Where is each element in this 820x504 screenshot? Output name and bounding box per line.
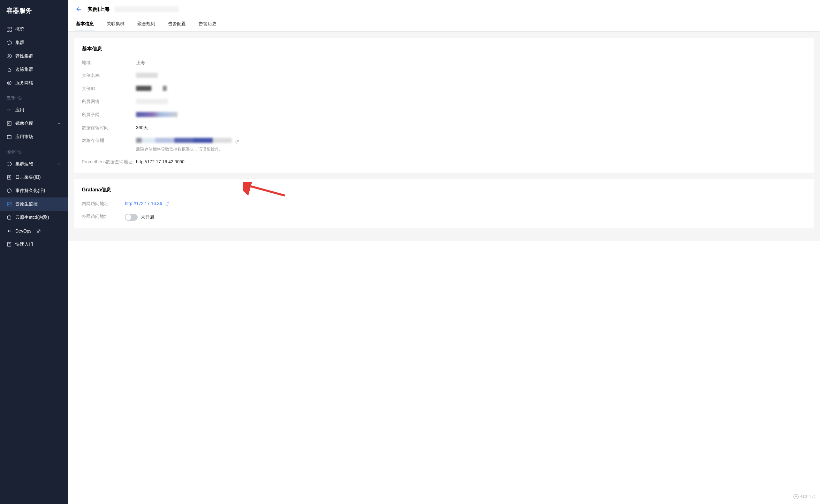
redacted-header (115, 6, 178, 12)
grafana-card: Grafana信息 内网访问地址 http://172.17.16.36 外网访… (74, 179, 814, 228)
event-icon (6, 188, 12, 194)
label-region: 地域 (82, 60, 136, 66)
image-repo-icon (6, 121, 12, 126)
redacted-value (136, 99, 168, 104)
label-instance-id: 实例ID (82, 86, 136, 92)
row-bucket: 对象存储桶 删除存储桶将导致监控数据丢失，请谨慎操作。 (82, 138, 806, 152)
svg-rect-16 (8, 242, 11, 246)
sidebar-item-overview[interactable]: 概览 (0, 23, 68, 36)
tabs: 基本信息 关联集群 聚合规则 告警配置 告警历史 (75, 17, 812, 31)
sidebar-item-log[interactable]: 日志采集(旧) (0, 171, 68, 184)
sidebar-item-monitor[interactable]: 云原生监控 (0, 197, 68, 211)
row-internal-url: 内网访问地址 http://172.17.16.36 (82, 201, 806, 207)
label-internal-url: 内网访问地址 (82, 201, 125, 207)
row-subnet: 所属子网 (82, 112, 806, 118)
row-region: 地域 上海 (82, 60, 806, 66)
log-icon (6, 174, 12, 180)
svg-rect-9 (7, 122, 11, 125)
back-arrow-icon[interactable] (75, 6, 82, 13)
redacted-value (136, 86, 174, 91)
tab-aggregate-rules[interactable]: 聚合规则 (137, 17, 156, 31)
external-link-icon[interactable] (235, 140, 239, 144)
internal-url-link[interactable]: http://172.17.16.36 (125, 201, 162, 206)
row-network: 所属网络 (82, 99, 806, 105)
sidebar-item-image-repo[interactable]: 镜像仓库 (0, 117, 68, 130)
chevron-down-icon (57, 162, 61, 166)
value-region: 上海 (136, 60, 145, 66)
svg-rect-1 (10, 27, 11, 29)
app-icon (6, 107, 12, 113)
sidebar: 容器服务 概览 集群 弹性集群 边缘集群 服务网格 应用中心 应用 镜像仓库 应… (0, 0, 68, 504)
quickstart-icon (6, 241, 12, 247)
tab-alert-config[interactable]: 告警配置 (167, 17, 186, 31)
sidebar-title: 容器服务 (0, 0, 68, 23)
tab-related-cluster[interactable]: 关联集群 (106, 17, 125, 31)
sidebar-item-label: 快速入门 (15, 241, 33, 247)
row-retention: 数据保留时间 360天 (82, 125, 806, 131)
sidebar-item-etcd[interactable]: 云原生etcd(内测) (0, 211, 68, 224)
sidebar-item-label: 应用市场 (15, 134, 33, 140)
label-retention: 数据保留时间 (82, 125, 136, 131)
svg-rect-11 (7, 136, 11, 139)
redacted-value (136, 138, 232, 143)
content-area: 基本信息 地域 上海 实例名称 实例ID 所属网络 所属子网 (68, 32, 820, 241)
svg-rect-0 (7, 27, 9, 29)
marketplace-icon (6, 134, 12, 140)
devops-icon (6, 228, 12, 234)
external-link-icon (37, 229, 41, 233)
sidebar-item-quickstart[interactable]: 快速入门 (0, 238, 68, 251)
elastic-cluster-icon (6, 53, 12, 59)
sidebar-item-cluster[interactable]: 集群 (0, 36, 68, 49)
sidebar-item-app[interactable]: 应用 (0, 103, 68, 117)
label-prometheus: Prometheus数据查询地址 (82, 159, 136, 165)
bucket-hint: 删除存储桶将导致监控数据丢失，请谨慎操作。 (136, 146, 239, 152)
sidebar-item-devops[interactable]: DevOps (0, 224, 68, 238)
label-instance-name: 实例名称 (82, 73, 136, 78)
sidebar-item-label: 概览 (15, 26, 24, 32)
row-instance-name: 实例名称 (82, 73, 806, 79)
sidebar-item-service-mesh[interactable]: 服务网格 (0, 76, 68, 90)
sidebar-item-marketplace[interactable]: 应用市场 (0, 130, 68, 144)
monitor-icon (6, 201, 12, 207)
external-url-toggle[interactable] (125, 214, 138, 221)
svg-point-15 (8, 216, 11, 217)
sidebar-item-elastic-cluster[interactable]: 弹性集群 (0, 49, 68, 63)
svg-marker-4 (7, 41, 11, 45)
sidebar-item-event[interactable]: 事件持久化(旧) (0, 184, 68, 197)
row-prometheus: Prometheus数据查询地址 http://172.17.16.42:909… (82, 159, 806, 165)
svg-point-10 (9, 123, 10, 124)
sidebar-item-label: 应用 (15, 107, 24, 113)
main-content: 实例(上海 基本信息 关联集群 聚合规则 告警配置 告警历史 基本信息 地域 上… (68, 0, 820, 504)
basic-info-card: 基本信息 地域 上海 实例名称 实例ID 所属网络 所属子网 (74, 38, 814, 173)
label-subnet: 所属子网 (82, 112, 136, 118)
label-external-url: 外网访问地址 (82, 214, 125, 219)
sidebar-item-label: 集群 (15, 40, 24, 46)
row-instance-id: 实例ID (82, 86, 806, 92)
tab-alert-history[interactable]: 告警历史 (198, 17, 217, 31)
watermark: 创新互联 (793, 494, 816, 500)
redacted-value (136, 112, 177, 117)
sidebar-item-cluster-ops[interactable]: 集群运维 (0, 157, 68, 171)
sidebar-item-label: 事件持久化(旧) (15, 188, 45, 194)
sidebar-item-label: 集群运维 (15, 161, 33, 167)
page-title: 实例(上海 (87, 6, 109, 13)
tab-basic-info[interactable]: 基本信息 (75, 17, 94, 31)
header: 实例(上海 基本信息 关联集群 聚合规则 告警配置 告警历史 (68, 0, 820, 32)
label-bucket: 对象存储桶 (82, 138, 136, 144)
sidebar-item-edge-cluster[interactable]: 边缘集群 (0, 63, 68, 76)
svg-point-7 (7, 81, 11, 85)
svg-marker-5 (7, 54, 11, 58)
ops-icon (6, 161, 12, 167)
sidebar-item-label: 云原生监控 (15, 201, 38, 207)
svg-rect-3 (10, 30, 11, 32)
external-link-icon[interactable] (165, 202, 169, 206)
label-network: 所属网络 (82, 99, 136, 105)
basic-info-title: 基本信息 (82, 46, 806, 52)
sidebar-item-label: 云原生etcd(内测) (15, 215, 49, 220)
edge-cluster-icon (6, 67, 12, 72)
chevron-down-icon (57, 121, 61, 126)
sidebar-item-label: 边缘集群 (15, 67, 33, 72)
row-external-url: 外网访问地址 未开启 (82, 214, 806, 221)
sidebar-section-ops: 运维中心 (0, 144, 68, 157)
sidebar-item-label: 镜像仓库 (15, 121, 33, 126)
